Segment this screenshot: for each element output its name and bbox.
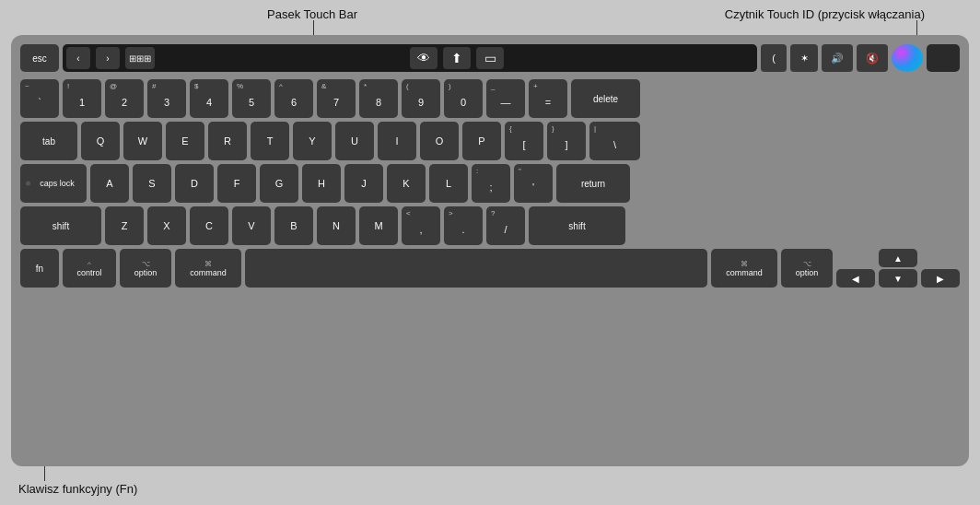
- number-row: ~ ` ! 1 @ 2 # 3 $ 4 % 5 ^ 6 & 7: [20, 79, 960, 118]
- touchbar-right: ( ✶ 🔊 🔇: [761, 44, 923, 72]
- key-q[interactable]: Q: [81, 122, 120, 160]
- key-s[interactable]: S: [133, 164, 171, 203]
- asdf-row: caps lock A S D F G H J K L : ; " ' retu…: [20, 164, 960, 203]
- bottom-row: fn ^ control ⌥ option ⌘ command ⌘ comman…: [20, 249, 960, 288]
- key-y[interactable]: Y: [293, 122, 332, 160]
- return-key[interactable]: return: [556, 164, 630, 203]
- key-9[interactable]: ( 9: [402, 79, 440, 118]
- key-semicolon[interactable]: : ;: [472, 164, 510, 203]
- key-e[interactable]: E: [166, 122, 204, 160]
- key-i[interactable]: I: [378, 122, 416, 160]
- key-t[interactable]: T: [251, 122, 289, 160]
- key-backslash[interactable]: | \: [589, 122, 640, 160]
- control-key[interactable]: ^ control: [63, 249, 116, 288]
- delete-key[interactable]: delete: [571, 79, 640, 118]
- key-quote[interactable]: " ': [514, 164, 553, 203]
- key-b[interactable]: B: [274, 206, 313, 245]
- tb-mute-btn[interactable]: 🔇: [857, 44, 888, 72]
- touchid-annotation: Czytnik Touch ID (przycisk włączania): [725, 7, 925, 21]
- esc-key[interactable]: esc: [20, 44, 59, 72]
- arrow-right-key[interactable]: ▶: [921, 269, 960, 288]
- arrow-up-key[interactable]: ▲: [879, 249, 917, 267]
- caps-lock-indicator: [26, 182, 30, 186]
- key-m[interactable]: M: [359, 206, 398, 245]
- tab-key[interactable]: tab: [20, 122, 77, 160]
- key-l[interactable]: L: [429, 164, 468, 203]
- touchbar-row: esc ‹ › ⊞⊞⊞ 👁 ⬆ ▭ ( ✶ 🔊 🔇: [20, 42, 960, 74]
- key-d[interactable]: D: [175, 164, 214, 203]
- key-p[interactable]: P: [462, 122, 501, 160]
- left-shift-key[interactable]: shift: [20, 206, 101, 245]
- key-z[interactable]: Z: [105, 206, 144, 245]
- arrow-bottom: ◀ ▼ ▶: [836, 269, 960, 288]
- right-shift-key[interactable]: shift: [529, 206, 625, 245]
- key-8[interactable]: * 8: [359, 79, 398, 118]
- key-w[interactable]: W: [123, 122, 162, 160]
- key-4[interactable]: $ 4: [190, 79, 228, 118]
- caps-lock-key[interactable]: caps lock: [20, 164, 87, 203]
- fn-key[interactable]: fn: [20, 249, 59, 288]
- key-c[interactable]: C: [190, 206, 228, 245]
- tb-eye-btn[interactable]: 👁: [410, 47, 438, 69]
- key-lbracket[interactable]: { [: [505, 122, 543, 160]
- tb-share-btn[interactable]: ⬆: [443, 47, 471, 69]
- tb-overlay-btn[interactable]: ▭: [476, 47, 504, 69]
- key-v[interactable]: V: [232, 206, 271, 245]
- key-5[interactable]: % 5: [232, 79, 271, 118]
- key-f[interactable]: F: [217, 164, 256, 203]
- key-a[interactable]: A: [90, 164, 129, 203]
- key-period[interactable]: > .: [444, 206, 483, 245]
- tb-volume-btn[interactable]: 🔊: [822, 44, 853, 72]
- right-option-key[interactable]: ⌥ option: [781, 249, 833, 288]
- key-r[interactable]: R: [208, 122, 247, 160]
- key-3[interactable]: # 3: [147, 79, 186, 118]
- arrow-down-key[interactable]: ▼: [879, 269, 917, 288]
- left-command-key[interactable]: ⌘ command: [175, 249, 241, 288]
- touchbar-strip[interactable]: ‹ › ⊞⊞⊞ 👁 ⬆ ▭: [63, 44, 757, 72]
- key-7[interactable]: & 7: [317, 79, 356, 118]
- touchbar-annotation: Pasek Touch Bar: [267, 7, 357, 21]
- tb-forward-btn[interactable]: ›: [96, 47, 120, 69]
- fn-annotation: Klawisz funkcyjny (Fn): [18, 482, 137, 496]
- space-key[interactable]: [245, 249, 707, 288]
- tb-brightness-down-btn[interactable]: (: [761, 44, 787, 72]
- tb-back-btn[interactable]: ‹: [66, 47, 90, 69]
- tb-grid-btn[interactable]: ⊞⊞⊞: [125, 47, 155, 69]
- key-h[interactable]: H: [302, 164, 341, 203]
- key-equals[interactable]: + =: [529, 79, 567, 118]
- key-u[interactable]: U: [335, 122, 374, 160]
- zxcv-row: shift Z X C V B N M < , > . ? / shift: [20, 206, 960, 245]
- key-j[interactable]: J: [344, 164, 383, 203]
- key-g[interactable]: G: [260, 164, 298, 203]
- key-0[interactable]: ) 0: [444, 79, 483, 118]
- key-x[interactable]: X: [147, 206, 186, 245]
- key-n[interactable]: N: [317, 206, 356, 245]
- key-2[interactable]: @ 2: [105, 79, 144, 118]
- arrow-left-key[interactable]: ◀: [836, 269, 875, 288]
- key-o[interactable]: O: [420, 122, 459, 160]
- key-backtick[interactable]: ~ `: [20, 79, 59, 118]
- qwerty-row: tab Q W E R T Y U I O P { [ } ] | \: [20, 122, 960, 160]
- arrow-cluster: ▲ ◀ ▼ ▶: [836, 249, 960, 288]
- key-rbracket[interactable]: } ]: [547, 122, 586, 160]
- key-minus[interactable]: _ —: [486, 79, 525, 118]
- left-option-key[interactable]: ⌥ option: [120, 249, 171, 288]
- key-1[interactable]: ! 1: [63, 79, 101, 118]
- key-slash[interactable]: ? /: [486, 206, 525, 245]
- key-k[interactable]: K: [387, 164, 426, 203]
- touch-id-key[interactable]: [927, 44, 960, 72]
- tb-brightness-up-btn[interactable]: ✶: [790, 44, 818, 72]
- tb-siri-btn[interactable]: [892, 44, 923, 72]
- key-6[interactable]: ^ 6: [274, 79, 313, 118]
- key-comma[interactable]: < ,: [402, 206, 440, 245]
- keyboard: esc ‹ › ⊞⊞⊞ 👁 ⬆ ▭ ( ✶ 🔊 🔇 ~ ` ! 1: [11, 35, 969, 466]
- right-command-key[interactable]: ⌘ command: [711, 249, 777, 288]
